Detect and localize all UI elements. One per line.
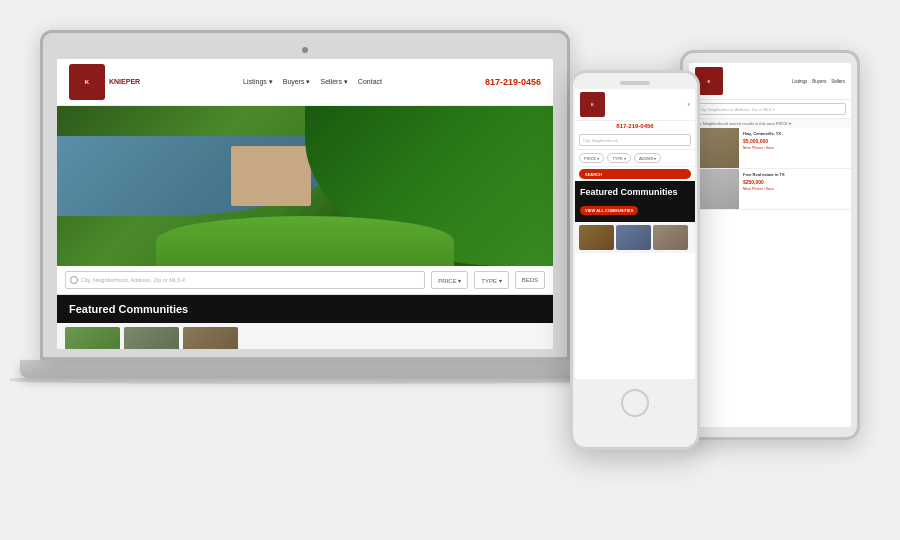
tablet-listing-price-2: $250,000	[743, 179, 847, 185]
search-placeholder: City, Neighborhood, Address, Zip or MLS …	[81, 277, 185, 283]
laptop-screen: K KNIEPER Listings ▾ Buyers ▾ Sellers ▾ …	[57, 59, 553, 349]
tablet-search-input[interactable]: City, Neighborhood, Address, Zip or MLS …	[694, 103, 846, 115]
tablet-nav: K Listings Buyers Sellers	[689, 63, 851, 100]
tablet-listing-title-2: Free Real estate in TX	[743, 172, 847, 177]
search-icon	[70, 276, 78, 284]
tablet-search: City, Neighborhood, Address, Zip or MLS …	[689, 100, 851, 119]
laptop-base	[20, 360, 590, 378]
tablet-listing-info-2: Free Real estate in TX $250,000 More Pho…	[739, 169, 851, 209]
tablet-body: K Listings Buyers Sellers City, Neighbor…	[680, 50, 860, 440]
phone-screen: K ≡ 817-219-0456 City, Neighborhood... P…	[575, 89, 695, 379]
phone-speaker	[620, 81, 650, 85]
logo-text: KNIEPER	[109, 77, 140, 86]
community-tile-2[interactable]	[124, 327, 179, 349]
laptop-shadow	[10, 378, 600, 384]
logo-icon: K	[85, 79, 89, 86]
nav-listings[interactable]: Listings ▾	[243, 78, 273, 86]
type-pill[interactable]: TYPE ▾	[474, 271, 508, 289]
phone-search-placeholder: City, Neighborhood...	[583, 138, 620, 143]
phone-pills: PRICE ▾ TYPE ▾ ADDMS ▾	[575, 150, 695, 167]
community-tile-3[interactable]	[183, 327, 238, 349]
tablet: K Listings Buyers Sellers City, Neighbor…	[680, 50, 860, 440]
phone-community-img-3[interactable]	[653, 225, 688, 250]
scene: K KNIEPER Listings ▾ Buyers ▾ Sellers ▾ …	[0, 0, 900, 540]
phone-home-button[interactable]	[621, 389, 649, 417]
tablet-nav-links: Listings Buyers Sellers	[792, 79, 845, 84]
tablet-listing-title-1: Hwy, Centerville, TX -	[743, 131, 847, 136]
phone-addms-pill[interactable]: ADDMS ▾	[634, 153, 662, 163]
laptop-nav-links: Listings ▾ Buyers ▾ Sellers ▾ Contact	[243, 78, 382, 86]
phone-logo: K	[580, 92, 605, 117]
laptop-nav: K KNIEPER Listings ▾ Buyers ▾ Sellers ▾ …	[57, 59, 553, 106]
tablet-listing-1: Hwy, Centerville, TX - $5,000,000 More P…	[689, 128, 851, 169]
laptop-body: K KNIEPER Listings ▾ Buyers ▾ Sellers ▾ …	[40, 30, 570, 360]
tablet-search-placeholder: City, Neighborhood, Address, Zip or MLS …	[699, 107, 775, 112]
phone-body: K ≡ 817-219-0456 City, Neighborhood... P…	[570, 70, 700, 450]
laptop-phone: 817-219-0456	[485, 77, 541, 87]
phone-search-input[interactable]: City, Neighborhood...	[579, 134, 691, 146]
phone-community-images	[575, 222, 695, 253]
tablet-listing-2: Free Real estate in TX $250,000 More Pho…	[689, 169, 851, 210]
tablet-screen: K Listings Buyers Sellers City, Neighbor…	[689, 63, 851, 427]
laptop-logo: K KNIEPER	[69, 64, 140, 100]
community-tile-1[interactable]	[65, 327, 120, 349]
phone-view-all-button[interactable]: VIEW ALL COMMUNITIES	[580, 206, 638, 215]
beds-pill[interactable]: BEDS	[515, 271, 545, 289]
nav-buyers[interactable]: Buyers ▾	[283, 78, 311, 86]
laptop-search-bar: City, Neighborhood, Address, Zip or MLS …	[57, 266, 553, 295]
laptop-camera	[302, 47, 308, 53]
phone-number: 817-219-0456	[575, 121, 695, 131]
laptop: K KNIEPER Listings ▾ Buyers ▾ Sellers ▾ …	[40, 30, 570, 410]
community-tiles	[57, 323, 553, 349]
tablet-more-btn-1[interactable]: More Photos • Save	[743, 146, 847, 150]
tablet-nav-listings[interactable]: Listings	[792, 79, 807, 84]
nav-sellers[interactable]: Sellers ▾	[321, 78, 348, 86]
tablet-more-btn-2[interactable]: More Photos • Save	[743, 187, 847, 191]
logo-badge: K	[69, 64, 105, 100]
phone-nav: K ≡	[575, 89, 695, 121]
phone-type-pill[interactable]: TYPE ▾	[607, 153, 631, 163]
phone-nav-text: ≡	[688, 102, 690, 107]
nav-contact[interactable]: Contact	[358, 78, 382, 86]
phone-community-img-2[interactable]	[616, 225, 651, 250]
hero-house	[231, 146, 311, 206]
hero-lawn	[156, 216, 454, 266]
phone-search: City, Neighborhood...	[575, 131, 695, 150]
tablet-nav-sellers[interactable]: Sellers	[831, 79, 845, 84]
phone-search-button[interactable]: SEARCH	[579, 169, 691, 179]
phone-featured-title: Featured Communities	[580, 187, 690, 198]
tablet-listing-price-1: $5,000,000	[743, 138, 847, 144]
tablet-listing-header: City, Neighborhood search results in thi…	[689, 119, 851, 128]
featured-banner: Featured Communities	[57, 295, 553, 323]
laptop-search-input[interactable]: City, Neighborhood, Address, Zip or MLS …	[65, 271, 425, 289]
phone-community-img-1[interactable]	[579, 225, 614, 250]
tablet-listing-info-1: Hwy, Centerville, TX - $5,000,000 More P…	[739, 128, 851, 168]
phone-featured: Featured Communities VIEW ALL COMMUNITIE…	[575, 181, 695, 222]
hero-image	[57, 106, 553, 266]
price-pill[interactable]: PRICE ▾	[431, 271, 468, 289]
phone-price-pill[interactable]: PRICE ▾	[579, 153, 604, 163]
tablet-nav-buyers[interactable]: Buyers	[812, 79, 826, 84]
featured-title: Featured Communities	[69, 303, 188, 315]
phone: K ≡ 817-219-0456 City, Neighborhood... P…	[570, 70, 700, 450]
